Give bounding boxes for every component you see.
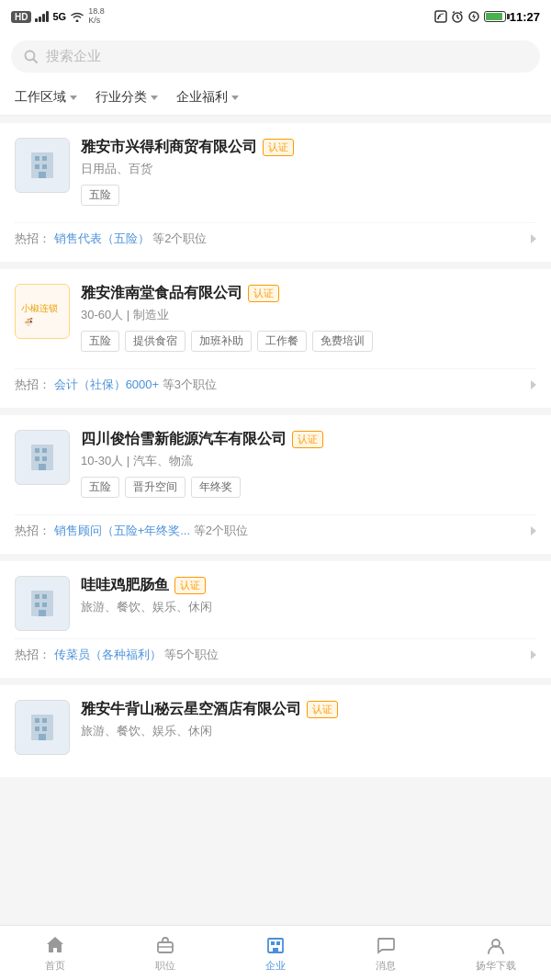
building-icon xyxy=(264,934,287,956)
svg-rect-18 xyxy=(35,448,39,453)
svg-rect-25 xyxy=(42,594,47,599)
tag-promotion: 晋升空间 xyxy=(125,477,186,498)
hot-link-4: 传菜员（各种福利） xyxy=(54,648,162,661)
company-card-3[interactable]: 四川俊怡雪新能源汽车有限公司 认证 10-30人 | 汽车、物流 五险 晋升空间… xyxy=(0,415,551,554)
tab-company[interactable]: 企业 xyxy=(220,930,331,976)
svg-rect-13 xyxy=(42,164,47,169)
filter-welfare[interactable]: 企业福利 xyxy=(176,89,257,106)
card-header: 雅安市兴得利商贸有限公司 认证 日用品、百货 五险 xyxy=(15,138,536,215)
company-card-5[interactable]: 雅安牛背山秘云星空酒店有限公司 认证 旅游、餐饮、娱乐、休闲 xyxy=(0,685,551,777)
company-meta-3: 10-30人 | 汽车、物流 xyxy=(81,453,536,469)
hot-recruit-text-1: 热招： 销售代表（五险） 等2个职位 xyxy=(15,231,207,247)
svg-line-8 xyxy=(34,59,38,62)
company-card-4[interactable]: 哇哇鸡肥肠鱼 认证 旅游、餐饮、娱乐、休闲 热招： 传菜员（各种福利） 等5个职… xyxy=(0,561,551,678)
svg-rect-34 xyxy=(39,734,46,740)
svg-rect-26 xyxy=(35,603,39,607)
company-meta-4: 旅游、餐饮、娱乐、休闲 xyxy=(81,599,536,615)
tab-jobs-label: 职位 xyxy=(155,959,175,973)
charging-icon xyxy=(467,10,480,23)
card-info-5: 雅安牛背山秘云星空酒店有限公司 认证 旅游、餐饮、娱乐、休闲 xyxy=(81,700,536,747)
svg-rect-30 xyxy=(35,718,39,723)
hot-recruit-2[interactable]: 热招： 会计（社保）6000+ 等3个职位 xyxy=(15,368,536,393)
search-placeholder: 搜索企业 xyxy=(46,48,101,65)
speed-display: 18.8 K/s xyxy=(88,7,105,26)
yanghua-icon xyxy=(485,934,507,956)
tab-profile[interactable]: 扬华下载 xyxy=(441,930,551,976)
tab-bar: 首页 职位 企业 消息 xyxy=(0,925,551,980)
company-logo-3 xyxy=(15,430,70,485)
hot-recruit-1[interactable]: 热招： 销售代表（五险） 等2个职位 xyxy=(15,222,536,247)
company-logo-4 xyxy=(15,576,70,631)
svg-rect-27 xyxy=(42,603,47,607)
company-name-1: 雅安市兴得利商贸有限公司 xyxy=(81,138,257,157)
hot-count-3: 等2个职位 xyxy=(194,524,248,537)
svg-rect-28 xyxy=(39,610,46,616)
filter-work-area[interactable]: 工作区域 xyxy=(15,89,96,106)
svg-rect-14 xyxy=(39,172,46,178)
filter-welfare-label: 企业福利 xyxy=(176,89,228,106)
alarm-icon xyxy=(451,10,464,23)
svg-rect-38 xyxy=(271,941,275,945)
signal-bars xyxy=(35,11,49,22)
svg-rect-40 xyxy=(273,948,278,952)
building-logo-icon-3 xyxy=(28,441,56,474)
tab-messages[interactable]: 消息 xyxy=(331,930,441,976)
tab-jobs[interactable]: 职位 xyxy=(110,930,220,976)
tag-wuxian-1: 五险 xyxy=(81,185,119,206)
svg-line-4 xyxy=(453,12,455,14)
svg-rect-33 xyxy=(42,727,47,731)
company-name-row-1: 雅安市兴得利商贸有限公司 认证 xyxy=(81,138,536,157)
content-area: 雅安市兴得利商贸有限公司 认证 日用品、百货 五险 热招： 销售代表（五险） 等… xyxy=(0,123,551,847)
filter-industry[interactable]: 行业分类 xyxy=(96,89,176,106)
status-right: 11:27 xyxy=(434,10,540,24)
svg-rect-12 xyxy=(35,164,39,169)
status-left: HD 5G 18.8 K/s xyxy=(11,7,105,26)
hot-link-3: 销售顾问（五险+年终奖... xyxy=(54,524,190,537)
hd-badge: HD xyxy=(11,11,31,23)
svg-line-3 xyxy=(457,17,459,19)
tab-profile-label: 扬华下载 xyxy=(476,959,516,973)
hot-recruit-text-2: 热招： 会计（社保）6000+ 等3个职位 xyxy=(15,377,217,393)
hot-label-1: 热招： xyxy=(15,231,51,245)
tags-row-2: 五险 提供食宿 加班补助 工作餐 免费培训 xyxy=(81,331,536,352)
svg-rect-19 xyxy=(42,448,47,453)
search-input-wrapper[interactable]: 搜索企业 xyxy=(11,40,540,73)
certified-badge-1: 认证 xyxy=(263,139,294,156)
card-info-1: 雅安市兴得利商贸有限公司 认证 日用品、百货 五险 xyxy=(81,138,536,215)
tab-home[interactable]: 首页 xyxy=(0,930,110,976)
divider xyxy=(0,116,551,123)
filter-industry-label: 行业分类 xyxy=(96,89,147,106)
card-header-2: 小椒连锁 🍜 雅安淮南堂食品有限公司 认证 30-60人 | 制造业 五险 提供… xyxy=(15,284,536,361)
hot-recruit-3[interactable]: 热招： 销售顾问（五险+年终奖... 等2个职位 xyxy=(15,514,536,539)
search-bar: 搜索企业 xyxy=(0,33,551,80)
svg-rect-10 xyxy=(35,156,39,161)
svg-rect-0 xyxy=(435,11,446,22)
company-logo-1 xyxy=(15,138,70,193)
company-name-2: 雅安淮南堂食品有限公司 xyxy=(81,284,242,303)
filter-work-area-label: 工作区域 xyxy=(15,89,66,106)
building-logo-icon xyxy=(28,149,56,182)
svg-rect-24 xyxy=(35,594,39,599)
company-meta-2: 30-60人 | 制造业 xyxy=(81,307,536,323)
nfc-icon xyxy=(434,10,447,23)
company-name-row-3: 四川俊怡雪新能源汽车有限公司 认证 xyxy=(81,430,536,449)
tags-row-3: 五险 晋升空间 年终奖 xyxy=(81,477,536,498)
hot-recruit-4[interactable]: 热招： 传菜员（各种福利） 等5个职位 xyxy=(15,638,536,663)
briefcase-icon xyxy=(154,934,176,956)
building-logo-icon-5 xyxy=(28,711,56,744)
svg-rect-22 xyxy=(39,464,46,470)
hot-label-4: 热招： xyxy=(15,648,51,661)
company-card-1[interactable]: 雅安市兴得利商贸有限公司 认证 日用品、百货 五险 热招： 销售代表（五险） 等… xyxy=(0,123,551,262)
battery-indicator xyxy=(484,11,506,22)
hot-recruit-text-4: 热招： 传菜员（各种福利） 等5个职位 xyxy=(15,647,219,663)
tags-row-1: 五险 xyxy=(81,185,536,206)
company-card-2[interactable]: 小椒连锁 🍜 雅安淮南堂食品有限公司 认证 30-60人 | 制造业 五险 提供… xyxy=(0,269,551,408)
hot-label-3: 热招： xyxy=(15,524,51,537)
certified-badge-2: 认证 xyxy=(248,285,279,302)
chevron-down-icon xyxy=(151,96,158,100)
building-logo-icon-4 xyxy=(28,587,56,620)
hot-link-2: 会计（社保）6000+ xyxy=(54,377,160,391)
certified-badge-3: 认证 xyxy=(292,431,323,448)
search-icon xyxy=(24,50,39,64)
hot-count-1: 等2个职位 xyxy=(152,231,207,245)
